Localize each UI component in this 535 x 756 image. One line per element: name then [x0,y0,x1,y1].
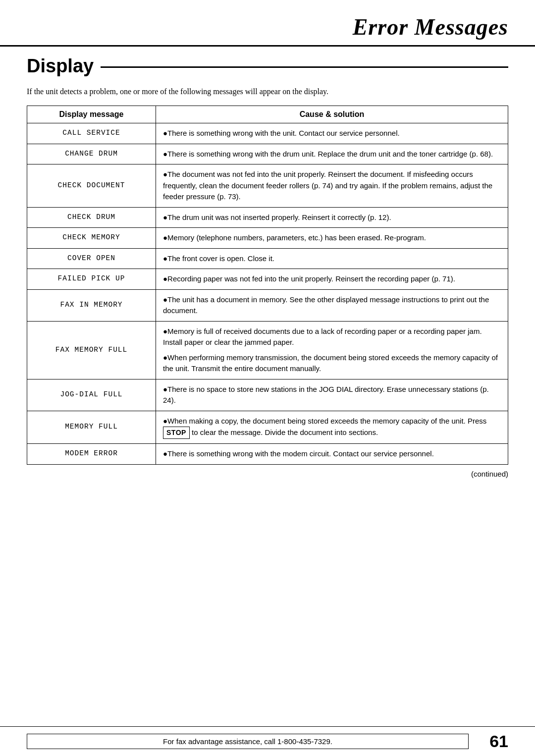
footer-center-text: For fax advantage assistance, call 1-800… [27,734,469,749]
cause-solution-cell: ●There is something wrong with the modem… [156,444,508,465]
table-row: CHECK MEMORY●Memory (telephone numbers, … [27,228,508,249]
table-header-row: Display message Cause & solution [27,106,508,123]
cause-solution-cell: ●The drum unit was not inserted properly… [156,207,508,228]
cause-solution-cell: ●There is no space to store new stations… [156,379,508,411]
table-row: COVER OPEN●The front cover is open. Clos… [27,248,508,269]
display-message-cell: COVER OPEN [27,248,156,269]
table-row: CALL SERVICE●There is something wrong wi… [27,123,508,144]
cause-solution-cell: ●The front cover is open. Close it. [156,248,508,269]
display-message-cell: MEMORY FULL [27,411,156,444]
page-wrapper: Error Messages Display If the unit detec… [0,0,535,756]
table-body: CALL SERVICE●There is something wrong wi… [27,123,508,465]
col1-header: Display message [27,106,156,123]
table-row: MEMORY FULL●When making a copy, the docu… [27,411,508,444]
main-table: Display message Cause & solution CALL SE… [27,106,508,465]
intro-text: If the unit detects a problem, one or mo… [0,82,535,106]
display-message-cell: JOG-DIAL FULL [27,379,156,411]
cause-solution-cell: ●There is something wrong with the unit.… [156,123,508,144]
table-row: FAX IN MEMORY●The unit has a document in… [27,289,508,321]
cause-solution-cell: ●The unit has a document in memory. See … [156,289,508,321]
display-message-cell: CHECK DRUM [27,207,156,228]
cause-solution-cell: ●Recording paper was not fed into the un… [156,269,508,290]
page-title: Error Messages [353,14,508,40]
display-message-cell: CALL SERVICE [27,123,156,144]
table-row: JOG-DIAL FULL●There is no space to store… [27,379,508,411]
display-message-cell: FAX IN MEMORY [27,289,156,321]
page-header: Error Messages [0,0,535,47]
display-message-cell: MODEM ERROR [27,444,156,465]
table-row: CHECK DRUM●The drum unit was not inserte… [27,207,508,228]
cause-solution-cell: ●When making a copy, the document being … [156,411,508,444]
cause-solution-cell: ●Memory (telephone numbers, parameters, … [156,228,508,249]
page-footer-bar: For fax advantage assistance, call 1-800… [0,726,535,756]
display-message-cell: CHANGE DRUM [27,144,156,164]
table-row: FAX MEMORY FULL●Memory is full of receiv… [27,321,508,379]
display-message-cell: CHECK MEMORY [27,228,156,249]
cause-solution-cell: ●There is something wrong with the drum … [156,144,508,164]
section-title-wrap: Display [0,47,535,77]
display-message-cell: FAILED PICK UP [27,269,156,290]
table-row: CHANGE DRUM●There is something wrong wit… [27,144,508,164]
col2-header: Cause & solution [156,106,508,123]
continued-label: (continued) [27,470,508,478]
table-row: FAILED PICK UP●Recording paper was not f… [27,269,508,290]
section-title: Display [27,55,94,77]
section-title-line [101,66,508,68]
table-row: CHECK DOCUMENT●The document was not fed … [27,164,508,208]
table-row: MODEM ERROR●There is something wrong wit… [27,444,508,465]
display-message-cell: CHECK DOCUMENT [27,164,156,208]
footer-page-number: 61 [483,732,508,751]
cause-solution-cell: ●Memory is full of received documents du… [156,321,508,379]
display-message-cell: FAX MEMORY FULL [27,321,156,379]
cause-solution-cell: ●The document was not fed into the unit … [156,164,508,208]
